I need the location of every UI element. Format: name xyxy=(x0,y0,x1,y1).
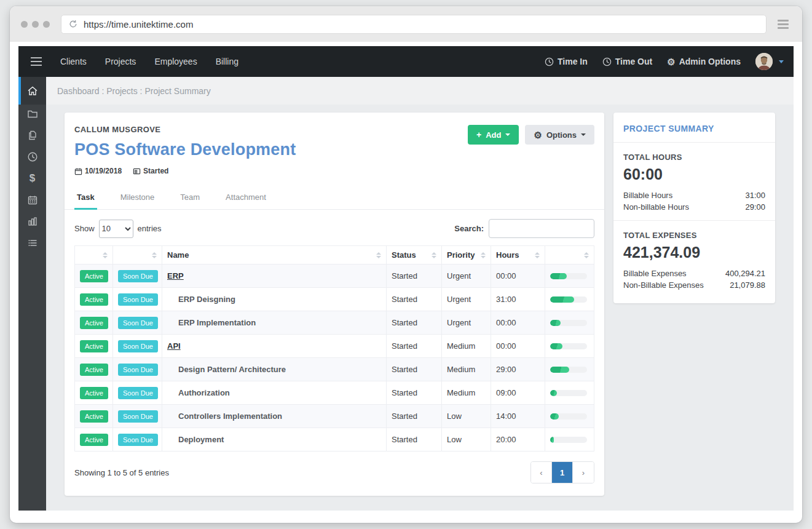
task-status: Started xyxy=(387,381,442,405)
column-header[interactable] xyxy=(75,246,113,264)
task-row: Active Soon Due Authorization Started Me… xyxy=(75,381,594,405)
add-button[interactable]: + Add xyxy=(468,125,519,145)
task-name[interactable]: ERP xyxy=(167,271,184,280)
sort-icon xyxy=(481,252,486,258)
billable-expenses-value: 400,294.21 xyxy=(725,269,765,278)
sidebar-item-documents[interactable] xyxy=(18,123,46,148)
top-navbar: Clients Projects Employees Billing Time … xyxy=(18,46,794,77)
browser-menu-icon[interactable] xyxy=(775,17,791,31)
column-header-label: Status xyxy=(392,250,416,260)
due-badge: Soon Due xyxy=(118,364,158,376)
user-menu[interactable] xyxy=(755,53,784,70)
status-badge: Active xyxy=(80,317,108,329)
task-name[interactable]: API xyxy=(167,341,181,351)
task-priority: Urgent xyxy=(442,264,491,288)
progress-bar xyxy=(550,273,587,279)
billable-hours-value: 31:00 xyxy=(745,191,765,200)
task-hours: 20:00 xyxy=(491,428,545,451)
project-start-date: 10/19/2018 xyxy=(74,167,122,175)
browser-chrome: https://time.unitektime.com xyxy=(10,6,802,42)
entries-summary: Showing 1 to 5 of 5 entries xyxy=(74,468,169,477)
column-header[interactable]: Priority xyxy=(442,246,491,264)
task-status: Started xyxy=(387,428,442,451)
column-header-label: Priority xyxy=(447,250,475,260)
sidebar-item-reports[interactable] xyxy=(18,209,46,234)
sort-icon xyxy=(103,252,108,258)
avatar[interactable] xyxy=(755,53,773,70)
project-card: CALLUM MUSGROVE POS Software Development… xyxy=(65,113,604,496)
nav-item-projects[interactable]: Projects xyxy=(105,57,136,66)
admin-options-menu[interactable]: ⚙ Admin Options xyxy=(667,57,741,66)
due-badge: Soon Due xyxy=(118,270,158,282)
column-header[interactable] xyxy=(113,246,162,264)
time-out-button[interactable]: Time Out xyxy=(602,57,652,66)
column-header[interactable]: Name xyxy=(162,246,387,264)
time-in-button[interactable]: Time In xyxy=(545,57,588,66)
reload-icon[interactable] xyxy=(69,20,77,28)
task-name: ERP Implementation xyxy=(167,318,256,327)
menu-toggle-icon[interactable] xyxy=(28,55,44,68)
sidebar-item-tasks[interactable] xyxy=(18,231,46,255)
column-header[interactable]: Hours xyxy=(491,246,545,264)
chevron-down-icon xyxy=(581,133,586,136)
window-dot xyxy=(21,21,28,28)
due-badge: Soon Due xyxy=(118,293,158,306)
clock-icon xyxy=(27,151,38,162)
progress-bar xyxy=(550,296,587,303)
billable-expenses-label: Billable Expenses xyxy=(623,269,687,278)
sidebar-item-calendar[interactable] xyxy=(18,188,46,212)
status-badge: Active xyxy=(80,387,108,399)
progress-fill xyxy=(550,413,559,420)
total-expenses-label: TOTAL EXPENSES xyxy=(623,231,765,240)
nav-item-billing[interactable]: Billing xyxy=(216,57,238,66)
task-status: Started xyxy=(387,405,442,428)
sidebar-item-time[interactable] xyxy=(18,145,46,169)
page-1-button[interactable]: 1 xyxy=(552,462,573,483)
task-hours: 00:00 xyxy=(491,264,545,288)
total-hours-value: 60:00 xyxy=(623,165,765,183)
task-name: Authorization xyxy=(167,388,230,397)
sidebar-item-projects[interactable] xyxy=(18,101,46,126)
task-row: Active Soon Due ERP Started Urgent 00:00 xyxy=(75,264,594,288)
url-bar[interactable]: https://time.unitektime.com xyxy=(61,15,767,34)
tab-milestone[interactable]: Milestone xyxy=(118,185,157,209)
task-table: Name Status Priority Hours Active Soon xyxy=(74,245,594,451)
nav-item-employees[interactable]: Employees xyxy=(154,57,197,66)
progress-fill xyxy=(550,320,561,326)
prev-page-button[interactable]: ‹ xyxy=(531,462,552,483)
column-header[interactable]: Status xyxy=(387,246,442,264)
breadcrumb[interactable]: Dashboard : Projects : Project Summary xyxy=(57,86,211,96)
task-row: Active Soon Due ERP Implementation Start… xyxy=(75,311,594,335)
sidebar-item-home[interactable] xyxy=(18,77,46,105)
breadcrumb-bar: Dashboard : Projects : Project Summary xyxy=(46,77,794,105)
column-header[interactable] xyxy=(545,246,594,264)
task-status: Started xyxy=(387,288,442,311)
content-area: CALLUM MUSGROVE POS Software Development… xyxy=(46,105,794,511)
chevron-down-icon[interactable] xyxy=(779,60,784,63)
page-size-select[interactable]: 10 xyxy=(99,220,133,238)
search-label: Search: xyxy=(454,224,484,233)
status-badge: Active xyxy=(80,410,108,423)
task-priority: Medium xyxy=(442,335,491,358)
task-name: Deployment xyxy=(167,435,224,444)
status-badge: Active xyxy=(80,364,108,376)
task-name: Controllers Implementation xyxy=(167,412,282,421)
task-row: Active Soon Due Design Pattern/ Architec… xyxy=(75,358,594,381)
due-badge: Soon Due xyxy=(118,410,158,423)
total-hours-label: TOTAL HOURS xyxy=(623,153,765,162)
status-badge: Active xyxy=(80,270,108,282)
search-input[interactable] xyxy=(489,219,594,238)
due-badge: Soon Due xyxy=(118,317,158,329)
documents-icon xyxy=(27,130,38,141)
next-page-button[interactable]: › xyxy=(573,462,594,483)
tab-task[interactable]: Task xyxy=(74,185,97,209)
nav-item-clients[interactable]: Clients xyxy=(60,57,87,66)
tab-team[interactable]: Team xyxy=(178,185,202,209)
tab-attachment[interactable]: Attachment xyxy=(223,185,269,209)
sidebar-item-expenses[interactable]: $ xyxy=(18,166,46,191)
progress-bar xyxy=(550,367,587,373)
status-badge: Active xyxy=(80,434,108,446)
options-button[interactable]: ⚙ Options xyxy=(525,125,594,145)
progress-fill xyxy=(550,296,574,303)
project-status: Started xyxy=(133,167,168,175)
